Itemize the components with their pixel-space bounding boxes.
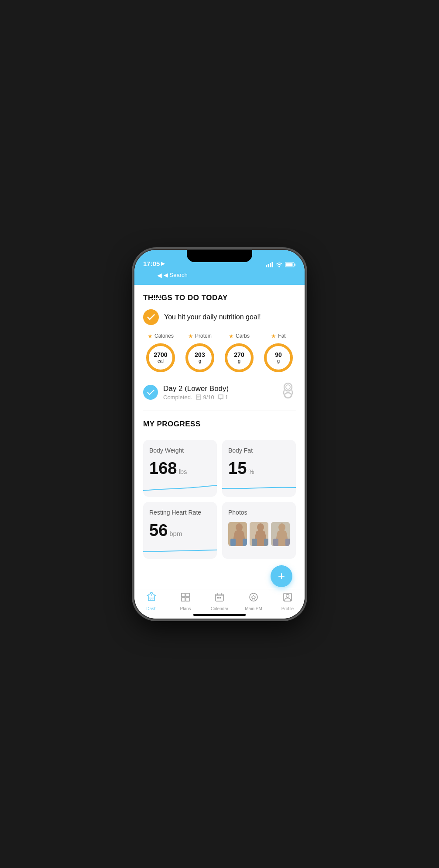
home-indicator xyxy=(193,614,246,616)
workout-logs: 9/10 xyxy=(203,394,214,401)
fat-label: Fat xyxy=(278,333,285,339)
workout-row[interactable]: Day 2 (Lower Body) Completed. 9/10 1 xyxy=(143,382,296,411)
svg-rect-26 xyxy=(264,539,268,546)
workout-status: Completed. xyxy=(163,394,192,401)
svg-rect-36 xyxy=(186,598,189,601)
carbs-label: Carbs xyxy=(236,333,250,339)
back-button[interactable]: ◀ ◀ Search xyxy=(157,272,188,279)
tab-main-pm[interactable]: Main PM xyxy=(237,589,271,614)
photo-thumb-3[interactable] xyxy=(271,522,290,546)
protein-unit: g xyxy=(195,358,205,364)
add-button[interactable]: + xyxy=(271,565,292,587)
protein-value: 203 xyxy=(195,351,205,359)
tab-main-pm-label: Main PM xyxy=(245,606,262,611)
plans-icon xyxy=(180,592,191,605)
photo-thumb-1[interactable] xyxy=(228,522,247,546)
svg-rect-7 xyxy=(286,263,293,266)
svg-point-16 xyxy=(284,383,292,391)
protein-ring: ★ Protein 203 g xyxy=(184,333,216,373)
nutrition-check-circle xyxy=(143,309,159,325)
wifi-icon xyxy=(276,262,283,267)
signal-icon xyxy=(266,262,274,267)
svg-point-4 xyxy=(279,266,280,266)
svg-rect-21 xyxy=(230,539,236,546)
photo-1-image xyxy=(228,522,247,546)
tab-plans[interactable]: Plans xyxy=(168,589,202,614)
profile-icon xyxy=(282,592,293,605)
body-fat-card[interactable]: Body Fat 15 % xyxy=(222,440,296,497)
calories-label: Calories xyxy=(154,333,174,339)
star-icon-protein: ★ xyxy=(188,333,193,339)
fat-unit: g xyxy=(275,358,282,364)
svg-rect-6 xyxy=(295,263,296,266)
tab-profile-label: Profile xyxy=(281,606,294,611)
svg-rect-34 xyxy=(186,593,189,597)
calories-ring: ★ Calories 2700 cal xyxy=(145,333,176,373)
svg-rect-42 xyxy=(220,597,221,598)
status-icons xyxy=(266,262,296,267)
progress-grid: Body Weight 168 lbs Body Fat 1 xyxy=(134,440,305,567)
tab-calendar[interactable]: Calendar xyxy=(202,589,237,614)
tab-plans-label: Plans xyxy=(180,606,191,611)
svg-rect-25 xyxy=(252,539,257,546)
calories-value: 2700 xyxy=(154,351,167,359)
body-fat-label: Body Fat xyxy=(228,447,290,454)
svg-point-32 xyxy=(151,595,152,596)
calories-unit: cal xyxy=(154,358,167,364)
svg-rect-30 xyxy=(285,539,290,546)
body-weight-label: Body Weight xyxy=(149,447,211,454)
body-fat-value: 15 xyxy=(228,460,247,477)
fat-ring: ★ Fat 90 g xyxy=(263,333,294,373)
svg-rect-2 xyxy=(270,263,271,267)
tab-dash[interactable]: Dash xyxy=(134,589,168,614)
star-icon: ★ xyxy=(147,333,153,339)
app-header: ◀ ◀ Search xyxy=(134,269,305,285)
hamburger-menu[interactable] xyxy=(152,298,161,305)
kettlebell-icon xyxy=(280,382,296,403)
calendar-icon xyxy=(214,592,225,605)
body-weight-value: 168 xyxy=(149,460,177,477)
tab-calendar-label: Calendar xyxy=(211,606,229,611)
comment-icon xyxy=(218,394,224,400)
dash-icon xyxy=(146,592,157,605)
photo-thumbnails xyxy=(228,522,290,546)
svg-rect-0 xyxy=(266,265,267,267)
svg-rect-3 xyxy=(272,262,273,267)
heart-rate-card[interactable]: Resting Heart Rate 56 bpm xyxy=(143,502,217,559)
photos-label: Photos xyxy=(228,509,290,516)
nutrition-goal-row: You hit your daily nutrition goal! xyxy=(143,309,296,325)
svg-rect-35 xyxy=(182,598,185,601)
svg-point-45 xyxy=(286,595,289,598)
photos-card[interactable]: Photos xyxy=(222,502,296,559)
svg-rect-33 xyxy=(182,593,185,597)
nutrition-rings: ★ Calories 2700 cal xyxy=(143,333,296,373)
body-weight-unit: lbs xyxy=(178,468,187,475)
photo-thumb-2[interactable] xyxy=(250,522,268,546)
protein-label: Protein xyxy=(195,333,212,339)
heart-rate-label: Resting Heart Rate xyxy=(149,509,211,516)
tab-dash-label: Dash xyxy=(146,606,156,611)
carbs-value: 270 xyxy=(234,351,244,359)
body-fat-unit: % xyxy=(248,468,254,475)
star-icon-carbs: ★ xyxy=(229,333,234,339)
svg-point-43 xyxy=(250,593,257,601)
body-fat-chart xyxy=(222,477,296,497)
photo-3-image xyxy=(271,522,290,546)
status-time: 17:05 ▶ xyxy=(143,260,165,267)
carbs-ring: ★ Carbs 270 g xyxy=(223,333,255,373)
svg-rect-41 xyxy=(217,597,219,598)
main-content: THINGS TO DO TODAY You hit your daily nu… xyxy=(134,285,305,589)
svg-rect-29 xyxy=(273,539,278,546)
body-weight-card[interactable]: Body Weight 168 lbs xyxy=(143,440,217,497)
tab-profile[interactable]: Profile xyxy=(271,589,305,614)
workout-title: Day 2 (Lower Body) xyxy=(163,384,275,393)
nutrition-goal-text: You hit your daily nutrition goal! xyxy=(164,313,261,321)
carbs-unit: g xyxy=(234,358,244,364)
star-icon-fat: ★ xyxy=(271,333,276,339)
svg-point-18 xyxy=(285,393,292,398)
heart-rate-value: 56 xyxy=(149,522,168,539)
things-title: THINGS TO DO TODAY xyxy=(143,294,296,302)
workout-meta: Completed. 9/10 1 xyxy=(163,394,275,401)
svg-rect-1 xyxy=(268,264,269,267)
heart-rate-unit: bpm xyxy=(169,530,182,537)
